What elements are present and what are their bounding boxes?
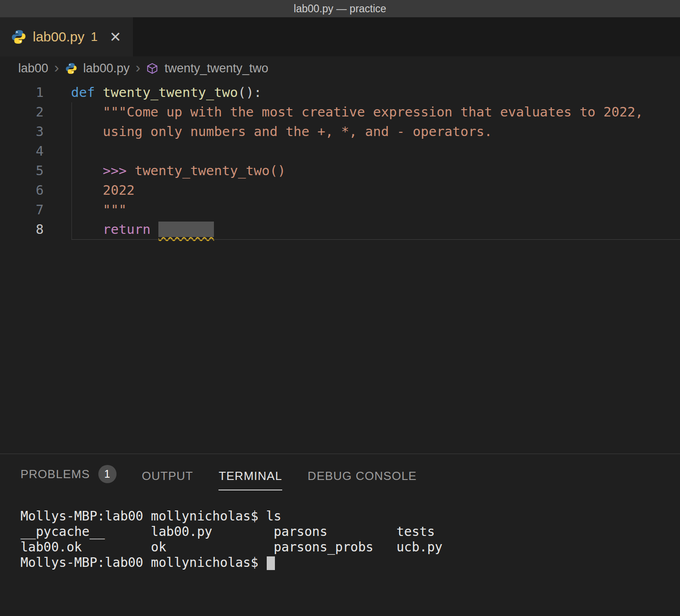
code-line[interactable]: 2 """Come up with the most creative expr… bbox=[0, 102, 680, 122]
panel-tab-problems[interactable]: PROBLEMS1 bbox=[20, 465, 117, 490]
code-line[interactable]: 6 2022 bbox=[0, 181, 680, 200]
editor-tab-lab00[interactable]: lab00.py 1 ✕ bbox=[0, 17, 133, 56]
terminal[interactable]: Mollys-MBP:lab00 mollynicholas$ ls__pyca… bbox=[0, 490, 680, 571]
panel-tab-label: OUTPUT bbox=[142, 469, 193, 483]
problems-count-badge: 1 bbox=[98, 465, 117, 483]
line-number[interactable]: 1 bbox=[0, 83, 44, 102]
bottom-panel: PROBLEMS1OUTPUTTERMINALDEBUG CONSOLE Mol… bbox=[0, 454, 680, 616]
code-token: twenty_twenty_two bbox=[103, 85, 238, 100]
code-token bbox=[151, 222, 158, 237]
panel-tab-bar: PROBLEMS1OUTPUTTERMINALDEBUG CONSOLE bbox=[0, 454, 680, 490]
line-number[interactable]: 5 bbox=[0, 161, 44, 181]
code-token: >>> bbox=[103, 163, 135, 178]
code-line[interactable]: 8 return bbox=[0, 220, 680, 239]
breadcrumb-symbol[interactable]: twenty_twenty_two bbox=[164, 61, 268, 76]
breadcrumb-folder[interactable]: lab00 bbox=[18, 61, 48, 76]
code-text: using only numbers and the +, *, and - o… bbox=[44, 122, 680, 141]
indent-guide bbox=[71, 102, 72, 239]
symbol-namespace-icon bbox=[146, 62, 158, 75]
code-text bbox=[44, 141, 680, 161]
code-line[interactable]: 1def twenty_twenty_two(): bbox=[0, 83, 680, 102]
tab-bar: lab00.py 1 ✕ bbox=[0, 17, 680, 56]
chevron-right-icon: › bbox=[54, 60, 59, 76]
code-token: """Come up with the most creative expres… bbox=[71, 104, 643, 120]
panel-tab-output[interactable]: OUTPUT bbox=[142, 469, 193, 490]
code-token: """ bbox=[71, 202, 127, 217]
terminal-line: lab00.ok ok parsons_probs ucb.py bbox=[20, 540, 680, 555]
snippet-placeholder[interactable] bbox=[158, 222, 214, 237]
code-area: 1def twenty_twenty_two():2 """Come up wi… bbox=[0, 83, 680, 239]
code-line[interactable]: 7 """ bbox=[0, 200, 680, 220]
line-number[interactable]: 7 bbox=[0, 200, 44, 220]
line-number[interactable]: 6 bbox=[0, 181, 44, 200]
terminal-line: Mollys-MBP:lab00 mollynicholas$ bbox=[20, 555, 680, 571]
window-title: lab00.py — practice bbox=[294, 3, 386, 15]
line-number[interactable]: 8 bbox=[0, 220, 44, 239]
window-titlebar: lab00.py — practice bbox=[0, 0, 680, 17]
line-number[interactable]: 2 bbox=[0, 102, 44, 122]
line-number[interactable]: 3 bbox=[0, 122, 44, 141]
panel-tab-terminal[interactable]: TERMINAL bbox=[218, 469, 282, 490]
code-line[interactable]: 4 bbox=[0, 141, 680, 161]
panel-tab-label: DEBUG CONSOLE bbox=[308, 469, 417, 483]
terminal-cursor bbox=[267, 556, 275, 570]
terminal-line: Mollys-MBP:lab00 mollynicholas$ ls bbox=[20, 509, 680, 524]
panel-tab-label: TERMINAL bbox=[218, 469, 282, 483]
code-text: def twenty_twenty_two(): bbox=[44, 83, 680, 102]
tab-close-icon[interactable]: ✕ bbox=[109, 30, 121, 44]
current-line-border bbox=[71, 239, 680, 240]
code-token: def bbox=[71, 85, 95, 100]
code-text: """ bbox=[44, 200, 680, 220]
tab-problems-badge: 1 bbox=[91, 30, 97, 44]
terminal-line: __pycache__ lab00.py parsons tests bbox=[20, 524, 680, 540]
code-token: twenty_twenty_two() bbox=[135, 163, 286, 178]
line-number[interactable]: 4 bbox=[0, 141, 44, 161]
panel-tab-debug-console[interactable]: DEBUG CONSOLE bbox=[308, 469, 417, 490]
code-token bbox=[95, 85, 102, 100]
tab-filename: lab00.py bbox=[33, 29, 84, 45]
python-icon bbox=[65, 62, 77, 75]
code-token bbox=[71, 163, 103, 178]
code-line[interactable]: 5 >>> twenty_twenty_two() bbox=[0, 161, 680, 181]
python-icon bbox=[11, 29, 26, 45]
code-token: 2022 bbox=[71, 182, 135, 198]
breadcrumb-file[interactable]: lab00.py bbox=[83, 61, 130, 76]
code-text: 2022 bbox=[44, 181, 680, 200]
code-token: return bbox=[103, 222, 151, 237]
code-token: (): bbox=[238, 85, 262, 100]
breadcrumb: lab00 › lab00.py › twenty_twenty_two bbox=[0, 56, 680, 80]
panel-tab-label: PROBLEMS bbox=[20, 467, 90, 481]
code-text: return bbox=[44, 220, 680, 239]
code-text: >>> twenty_twenty_two() bbox=[44, 161, 680, 181]
code-line[interactable]: 3 using only numbers and the +, *, and -… bbox=[0, 122, 680, 141]
code-text: """Come up with the most creative expres… bbox=[44, 102, 680, 122]
code-token bbox=[71, 222, 103, 237]
code-editor[interactable]: 1def twenty_twenty_two():2 """Come up wi… bbox=[0, 80, 680, 454]
chevron-right-icon: › bbox=[136, 60, 141, 76]
code-token: using only numbers and the +, *, and - o… bbox=[71, 124, 492, 139]
